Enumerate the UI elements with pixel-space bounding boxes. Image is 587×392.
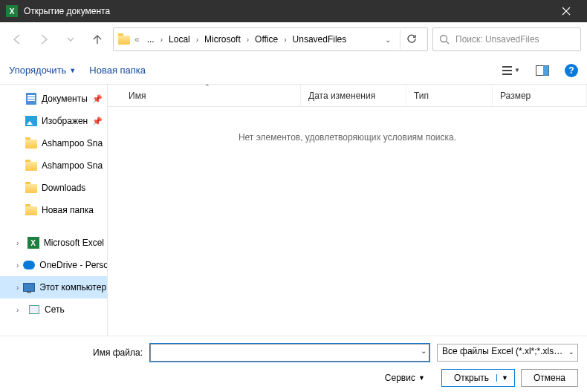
- tree-item[interactable]: Изображен📌: [0, 110, 107, 132]
- recent-dropdown[interactable]: [59, 28, 82, 50]
- tree-item[interactable]: Ashampoo Sna: [0, 132, 107, 154]
- open-split-dropdown[interactable]: ▼: [496, 374, 511, 382]
- tree-item[interactable]: ›XMicrosoft Excel: [0, 232, 107, 254]
- search-icon: [439, 34, 450, 45]
- tree-item[interactable]: Новая папка: [0, 199, 107, 221]
- close-button[interactable]: [551, 0, 581, 22]
- breadcrumb-item[interactable]: Office: [252, 33, 281, 46]
- back-button[interactable]: [6, 28, 28, 50]
- chevron-right-icon: ›: [284, 36, 286, 44]
- svg-rect-4: [502, 66, 512, 68]
- filename-input[interactable]: [150, 344, 429, 362]
- tree-item-label: OneDrive - Perso: [39, 260, 108, 270]
- expand-chevron-icon[interactable]: ›: [16, 284, 19, 292]
- arrow-up-icon: [91, 33, 103, 45]
- pin-icon: 📌: [92, 117, 106, 126]
- tree-item-label: Ashampoo Sna: [42, 138, 103, 148]
- filename-dropdown[interactable]: ⌄: [421, 347, 427, 355]
- column-date[interactable]: Дата изменения: [301, 85, 406, 106]
- address-dropdown[interactable]: ⌄: [382, 33, 394, 47]
- preview-pane-icon: [536, 65, 549, 76]
- tree-item-label: Документы: [42, 94, 88, 104]
- column-size[interactable]: Размер: [493, 85, 587, 106]
- main-area: Документы📌Изображен📌Ashampoo SnaAshampoo…: [0, 85, 587, 336]
- excel-app-icon: X: [6, 5, 18, 17]
- tree-item-label: Сеть: [45, 304, 65, 315]
- preview-pane-button[interactable]: [534, 62, 551, 79]
- expand-chevron-icon[interactable]: ›: [16, 261, 19, 270]
- arrow-left-icon: [11, 33, 23, 45]
- pin-icon: 📌: [92, 94, 106, 104]
- tree-item-label: Downloads: [42, 183, 85, 193]
- net-icon: [28, 304, 40, 316]
- search-box[interactable]: [432, 27, 581, 51]
- svg-rect-8: [543, 65, 549, 75]
- tree-item-label: Новая папка: [42, 205, 94, 215]
- column-name[interactable]: ⌃Имя: [108, 85, 301, 106]
- tree-item[interactable]: ›Этот компьютер: [0, 276, 107, 298]
- expand-chevron-icon[interactable]: ›: [16, 306, 24, 314]
- cancel-button[interactable]: Отмена: [521, 369, 578, 387]
- tree-item-label: Этот компьютер: [39, 282, 106, 293]
- search-input[interactable]: [455, 34, 574, 45]
- tree-item[interactable]: ›OneDrive - Perso: [0, 254, 107, 276]
- tools-menu[interactable]: Сервис▼: [385, 373, 425, 383]
- up-button[interactable]: [86, 28, 108, 50]
- open-button[interactable]: Открыть▼: [441, 369, 515, 387]
- tree-item[interactable]: Downloads: [0, 177, 107, 199]
- chevron-right-icon: ›: [160, 36, 163, 44]
- breadcrumb-ellipsis[interactable]: ...: [144, 33, 158, 46]
- filename-label: Имя файла:: [9, 347, 143, 358]
- caret-down-icon: ▼: [69, 67, 76, 74]
- tree-item[interactable]: Ashampoo Sna: [0, 154, 107, 177]
- caret-down-icon: ▼: [514, 67, 520, 74]
- tree-item[interactable]: ›Сеть: [0, 298, 107, 321]
- folder-icon: [25, 204, 37, 216]
- new-folder-button[interactable]: Новая папка: [89, 65, 146, 76]
- breadcrumb-item[interactable]: Local: [166, 33, 193, 46]
- organize-menu[interactable]: Упорядочить▼: [9, 65, 76, 76]
- breadcrumb-item[interactable]: Microsoft: [201, 33, 244, 46]
- refresh-icon: [406, 33, 417, 44]
- caret-down-icon: ⌄: [568, 348, 574, 356]
- pc-icon: [23, 281, 35, 293]
- sort-indicator-icon: ⌃: [204, 83, 210, 91]
- folder-tree: Документы📌Изображен📌Ashampoo SnaAshampoo…: [0, 85, 108, 336]
- chevron-down-icon: [67, 36, 74, 43]
- column-type[interactable]: Тип: [406, 85, 493, 106]
- close-icon: [562, 7, 571, 16]
- help-button[interactable]: ?: [565, 64, 578, 77]
- chevron-right-icon: ›: [247, 36, 249, 44]
- view-options-button[interactable]: ▼: [502, 62, 520, 79]
- nav-bar: « ... › Local › Microsoft › Office › Uns…: [0, 22, 587, 56]
- tree-item-label: Ashampoo Sna: [42, 160, 103, 171]
- svg-point-2: [441, 36, 447, 42]
- column-headers: ⌃Имя Дата изменения Тип Размер: [108, 85, 587, 107]
- svg-rect-6: [502, 74, 512, 75]
- svg-line-3: [447, 42, 450, 45]
- chevron-left-icon: «: [133, 34, 141, 45]
- window-title: Открытие документа: [24, 6, 551, 16]
- toolbar: Упорядочить▼ Новая папка ▼ ?: [0, 56, 587, 85]
- forward-button[interactable]: [33, 28, 55, 50]
- excel-icon: X: [27, 237, 39, 249]
- help-icon: ?: [568, 65, 574, 76]
- file-list: ⌃Имя Дата изменения Тип Размер Нет элеме…: [108, 85, 587, 336]
- breadcrumb-item[interactable]: UnsavedFiles: [290, 33, 350, 46]
- bottom-panel: Имя файла: ⌄ Все файлы Excel (*.xl*;*.xl…: [0, 336, 587, 392]
- caret-down-icon: ▼: [418, 374, 425, 382]
- folder-icon: [25, 137, 37, 149]
- refresh-button[interactable]: [400, 30, 423, 49]
- doc-icon: [25, 93, 37, 105]
- chevron-right-icon: ›: [196, 36, 198, 44]
- file-type-filter[interactable]: Все файлы Excel (*.xl*;*.xlsx;*.x⌄: [437, 344, 578, 362]
- expand-chevron-icon[interactable]: ›: [16, 239, 23, 247]
- view-list-icon: [502, 65, 512, 76]
- onedrive-icon: [23, 259, 35, 271]
- tree-item-label: Изображен: [42, 116, 88, 126]
- empty-message: Нет элементов, удовлетворяющих условиям …: [108, 107, 587, 143]
- titlebar: X Открытие документа: [0, 0, 587, 22]
- folder-icon: [118, 33, 130, 45]
- tree-item[interactable]: Документы📌: [0, 88, 107, 110]
- address-bar[interactable]: « ... › Local › Microsoft › Office › Uns…: [113, 27, 428, 51]
